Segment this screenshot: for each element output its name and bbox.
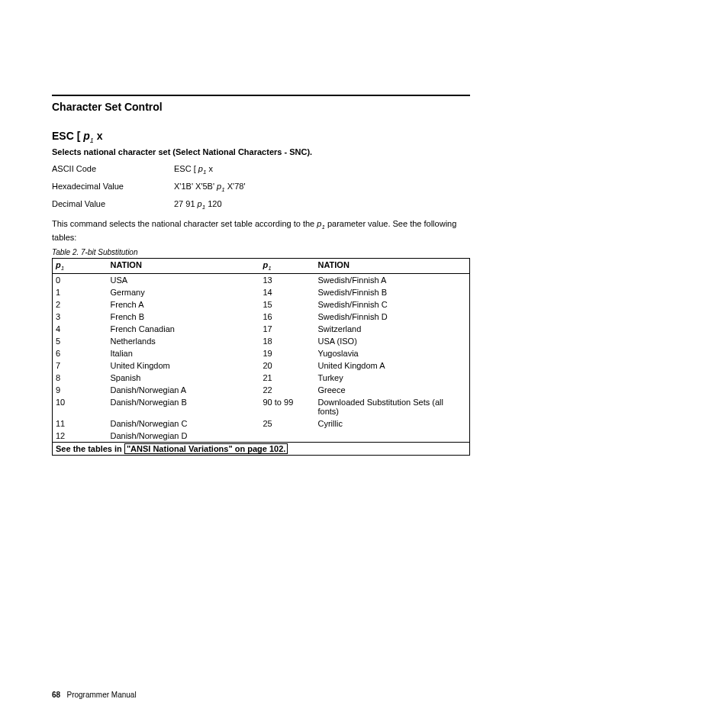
cell-nation-2: Swedish/Finnish D bbox=[315, 311, 470, 323]
body-pre: This command selects the national charac… bbox=[52, 219, 317, 228]
cell-nation-1: Danish/Norwegian B bbox=[108, 396, 260, 417]
table-row: 10Danish/Norwegian B90 to 99Downloaded S… bbox=[53, 396, 470, 417]
table-row: 6Italian19Yugoslavia bbox=[53, 347, 470, 359]
hex-code-row: Hexadecimal Value X'1B' X'5B' p1 X'78' bbox=[52, 182, 470, 193]
cell-nation-1: Germany bbox=[108, 286, 260, 298]
cell-nation-1: French A bbox=[108, 298, 260, 311]
cell-nation-2: USA (ISO) bbox=[315, 335, 470, 347]
page-content: Character Set Control ESC [ p1 x Selects… bbox=[52, 95, 470, 456]
cross-reference-link[interactable]: "ANSI National Variations" on page 102. bbox=[124, 443, 288, 454]
cell-nation-1: French Canadian bbox=[108, 323, 260, 335]
cell-p1: 11 bbox=[53, 417, 108, 430]
cell-p1: 2 bbox=[53, 298, 108, 311]
ascii-value: ESC [ p1 x bbox=[174, 164, 470, 176]
cell-p1: 6 bbox=[53, 347, 108, 359]
table-caption: Table 2. 7-bit Substitution bbox=[52, 248, 470, 256]
body-paragraph: This command selects the national charac… bbox=[52, 218, 470, 243]
cmd-param: p bbox=[83, 130, 90, 142]
cell-p1: 1 bbox=[53, 286, 108, 298]
cell-nation-1: Spanish bbox=[108, 372, 260, 384]
cell-nation-1: Danish/Norwegian D bbox=[108, 430, 260, 443]
table-row: 9Danish/Norwegian A22Greece bbox=[53, 384, 470, 396]
th-p2: p1 bbox=[260, 259, 315, 274]
th-p2-sub: 1 bbox=[268, 265, 271, 272]
cell-nation-2: Cyrillic bbox=[315, 417, 470, 430]
cell-nation-1: French B bbox=[108, 311, 260, 323]
table-row: 4French Canadian17Switzerland bbox=[53, 323, 470, 335]
cell-nation-2: Turkey bbox=[315, 372, 470, 384]
cell-p1: 5 bbox=[53, 335, 108, 347]
cell-nation-2: Swedish/Finnish B bbox=[315, 286, 470, 298]
cell-p2: 13 bbox=[260, 274, 315, 287]
cell-nation-2: Switzerland bbox=[315, 323, 470, 335]
cell-p1: 8 bbox=[53, 372, 108, 384]
table-footer-cell: See the tables in "ANSI National Variati… bbox=[53, 443, 470, 456]
cell-p2: 18 bbox=[260, 335, 315, 347]
substitution-table: p1 NATION p1 NATION 0USA13Swedish/Finnis… bbox=[52, 258, 470, 456]
cell-p1: 7 bbox=[53, 359, 108, 372]
dec-label: Decimal Value bbox=[52, 199, 174, 211]
ascii-code-row: ASCII Code ESC [ p1 x bbox=[52, 164, 470, 176]
horizontal-rule bbox=[52, 95, 470, 96]
table-body: 0USA13Swedish/Finnish A1Germany14Swedish… bbox=[53, 274, 470, 443]
cell-nation-2: Greece bbox=[315, 384, 470, 396]
hex-label: Hexadecimal Value bbox=[52, 182, 174, 193]
table-row: 5Netherlands18USA (ISO) bbox=[53, 335, 470, 347]
cell-nation-1: Italian bbox=[108, 347, 260, 359]
cell-nation-1: United Kingdom bbox=[108, 359, 260, 372]
cell-p1: 3 bbox=[53, 311, 108, 323]
cell-p1: 9 bbox=[53, 384, 108, 396]
cell-p2: 15 bbox=[260, 298, 315, 311]
code-values: ASCII Code ESC [ p1 x Hexadecimal Value … bbox=[52, 164, 470, 211]
page-footer: 68 Programmer Manual bbox=[52, 691, 137, 699]
document-title: Programmer Manual bbox=[66, 691, 136, 699]
cell-p2: 19 bbox=[260, 347, 315, 359]
section-title: Character Set Control bbox=[52, 101, 470, 113]
cell-p2 bbox=[260, 430, 315, 443]
table-row: 7United Kingdom20United Kingdom A bbox=[53, 359, 470, 372]
dec-pre: 27 91 bbox=[174, 199, 198, 208]
cell-nation-2: United Kingdom A bbox=[315, 359, 470, 372]
table-row: 12Danish/Norwegian D bbox=[53, 430, 470, 443]
hex-pre: X'1B' X'5B' bbox=[174, 182, 217, 191]
cell-nation-1: Netherlands bbox=[108, 335, 260, 347]
command-description: Selects national character set (Select N… bbox=[52, 147, 470, 156]
ascii-label: ASCII Code bbox=[52, 164, 174, 176]
cell-nation-1: Danish/Norwegian A bbox=[108, 384, 260, 396]
th-p1: p1 bbox=[53, 259, 108, 274]
table-row: 11Danish/Norwegian C25Cyrillic bbox=[53, 417, 470, 430]
cell-p2: 20 bbox=[260, 359, 315, 372]
cell-nation-1: Danish/Norwegian C bbox=[108, 417, 260, 430]
cell-p2: 90 to 99 bbox=[260, 396, 315, 417]
table-footer-row: See the tables in "ANSI National Variati… bbox=[53, 443, 470, 456]
dec-post: 120 bbox=[205, 199, 221, 208]
table-row: 0USA13Swedish/Finnish A bbox=[53, 274, 470, 287]
table-header-row: p1 NATION p1 NATION bbox=[53, 259, 470, 274]
table-row: 2French A15Swedish/Finnish C bbox=[53, 298, 470, 311]
cell-nation-2: Yugoslavia bbox=[315, 347, 470, 359]
cell-p1: 0 bbox=[53, 274, 108, 287]
ascii-post: x bbox=[206, 164, 213, 173]
table-row: 1Germany14Swedish/Finnish B bbox=[53, 286, 470, 298]
th-nation-2: NATION bbox=[315, 259, 470, 274]
cell-p2: 16 bbox=[260, 311, 315, 323]
dec-code-row: Decimal Value 27 91 p1 120 bbox=[52, 199, 470, 211]
ascii-pre: ESC [ bbox=[174, 164, 198, 173]
table-row: 3French B16Swedish/Finnish D bbox=[53, 311, 470, 323]
cell-p1: 4 bbox=[53, 323, 108, 335]
cmd-prefix: ESC [ bbox=[52, 130, 83, 142]
cell-nation-1: USA bbox=[108, 274, 260, 287]
cell-p2: 17 bbox=[260, 323, 315, 335]
cmd-suffix: x bbox=[94, 130, 103, 142]
page-number: 68 bbox=[52, 691, 60, 699]
cell-nation-2: Swedish/Finnish C bbox=[315, 298, 470, 311]
hex-value: X'1B' X'5B' p1 X'78' bbox=[174, 182, 470, 193]
command-syntax: ESC [ p1 x bbox=[52, 130, 470, 144]
table-row: 8Spanish21Turkey bbox=[53, 372, 470, 384]
th-p1-sub: 1 bbox=[61, 265, 64, 272]
th-nation-1: NATION bbox=[108, 259, 260, 274]
footer-pre: See the tables in bbox=[56, 444, 124, 453]
cell-nation-2 bbox=[315, 430, 470, 443]
cell-p2: 14 bbox=[260, 286, 315, 298]
th-p1-p: p bbox=[56, 260, 61, 269]
